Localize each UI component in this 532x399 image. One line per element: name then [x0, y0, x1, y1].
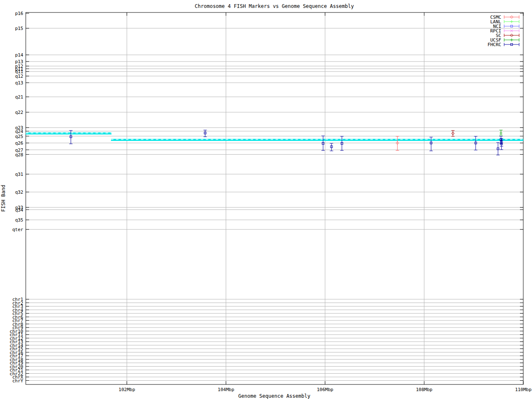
data-point — [451, 131, 455, 136]
x-tick-label: 108Mbp — [416, 387, 433, 392]
x-axis-tick-labels: 102Mbp104Mbp106Mbp108Mbp110Mbp — [118, 387, 532, 392]
band-label: q35 — [15, 217, 23, 223]
band-label: p15 — [15, 26, 23, 31]
y-axis-title: FISH Band — [0, 185, 6, 212]
band-label: q32 — [15, 190, 23, 195]
x-gridlines — [127, 12, 424, 384]
band-label: q34 — [15, 207, 23, 213]
y-gridlines — [26, 28, 523, 381]
series-csmc — [396, 136, 399, 150]
band-label: q22 — [15, 110, 23, 115]
data-series — [69, 130, 503, 155]
band-label: q31 — [15, 172, 23, 177]
band-label: p16 — [15, 11, 23, 16]
series-ucsf — [499, 130, 502, 135]
plot-border — [26, 12, 523, 384]
band-label: q21 — [15, 94, 23, 100]
series-fhcrc — [69, 130, 503, 155]
series-sc — [451, 131, 455, 136]
data-point — [396, 136, 399, 150]
legend: CSMCLANLNCIRPCISCUCSFFHCRC — [488, 15, 519, 47]
band-label: q28 — [15, 152, 23, 158]
data-point — [474, 136, 478, 150]
band-label: p14 — [15, 52, 23, 58]
chr-label: chrY — [12, 378, 24, 384]
data-point — [321, 136, 325, 150]
chart-title: Chromosome 4 FISH Markers vs Genome Sequ… — [195, 3, 354, 9]
band-label: q13 — [15, 80, 23, 86]
x-axis-title: Genome Sequence Assembly — [238, 393, 310, 399]
band-label: q12 — [15, 74, 23, 79]
legend-entry-fhcrc: FHCRC — [488, 42, 519, 47]
x-tick-label: 104Mbp — [218, 387, 234, 392]
assembly-band-lines — [26, 133, 523, 140]
y-axis-tick-labels: p16p15p14p13p12p11q11q12q13q21q22q23q24q… — [10, 11, 23, 384]
axis-ticks — [26, 12, 523, 384]
legend-label: FHCRC — [488, 42, 501, 47]
x-tick-label: 102Mbp — [118, 387, 135, 392]
data-point — [499, 130, 502, 135]
data-point — [496, 143, 500, 155]
x-tick-label: 106Mbp — [317, 387, 333, 392]
legend-entry-rpci: RPCI — [490, 28, 520, 34]
band-label: q26 — [15, 140, 23, 146]
x-tick-label: 110Mbp — [515, 387, 532, 392]
fish-plot-canvas: p16p15p14p13p12p11q11q12q13q21q22q23q24q… — [0, 0, 532, 399]
data-point — [340, 136, 344, 150]
plot-page: p16p15p14p13p12p11q11q12q13q21q22q23q24q… — [0, 0, 532, 399]
band-label: qter — [12, 227, 24, 232]
band-label: q25 — [15, 134, 23, 139]
